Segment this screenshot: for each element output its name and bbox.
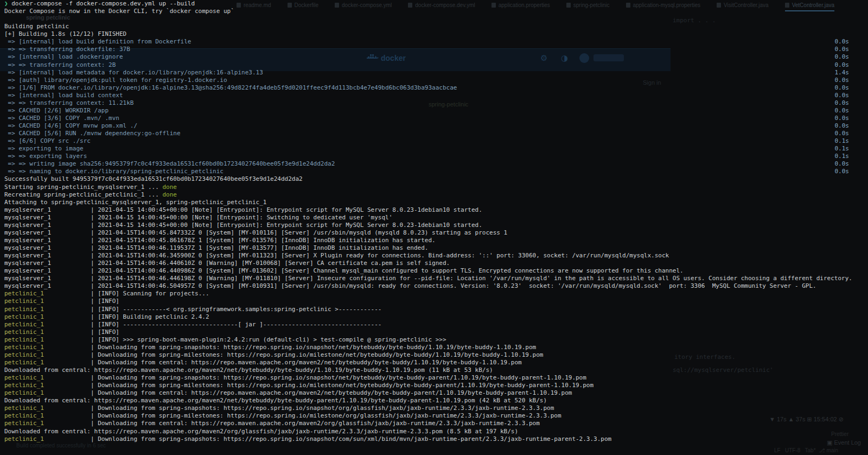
build-timing: 0.0s bbox=[835, 99, 850, 107]
build-timing: 0.0s bbox=[835, 46, 850, 53]
service-name: mysqlserver_1 bbox=[4, 282, 91, 289]
build-step-message: => => exporting layers bbox=[4, 153, 87, 160]
terminal-line: Downloaded from central: https://repo.ma… bbox=[0, 366, 868, 374]
log-message: | Downloading from central: https://repo… bbox=[91, 359, 522, 366]
service-name: petclinic_1 bbox=[4, 321, 91, 328]
terminal-line: => CACHED [3/6] COPY .mvn/ .mvn0.0s bbox=[0, 115, 868, 122]
build-timing: 0.0s bbox=[835, 61, 850, 69]
terminal-line: Attaching to spring-petclinic_mysqlserve… bbox=[0, 199, 868, 206]
terminal-line: petclinic_1 | Downloading from central: … bbox=[0, 359, 868, 366]
terminal-line: petclinic_1 | [INFO] ------------< org.s… bbox=[0, 306, 868, 313]
log-message: | [INFO] bbox=[91, 298, 119, 305]
service-name: mysqlserver_1 bbox=[4, 260, 91, 267]
service-name: petclinic_1 bbox=[4, 412, 91, 419]
log-message: | Downloading from central: https://repo… bbox=[91, 420, 540, 427]
terminal-line: petclinic_1 | Downloading from spring-mi… bbox=[0, 382, 868, 389]
log-message: Attaching to spring-petclinic_mysqlserve… bbox=[4, 199, 266, 206]
terminal-line: => CACHED [2/6] WORKDIR /app0.0s bbox=[0, 107, 868, 115]
terminal-log[interactable]: ❯ docker-compose -f docker-compose.dev.y… bbox=[0, 0, 868, 455]
terminal-line: mysqlserver_1 | 2021-04-15T14:00:46.4406… bbox=[0, 260, 868, 267]
log-message: | 2021-04-15T14:00:46.345900Z 0 [System]… bbox=[91, 252, 669, 259]
log-message: Successfully built 9495379f7c0c4f933eda1… bbox=[4, 175, 303, 182]
terminal-line: petclinic_1 | Downloading from spring-mi… bbox=[0, 351, 868, 359]
service-name: mysqlserver_1 bbox=[4, 222, 91, 229]
service-name: petclinic_1 bbox=[4, 405, 91, 412]
terminal-line bbox=[0, 15, 868, 23]
service-name: mysqlserver_1 bbox=[4, 275, 91, 282]
build-step-message: => exporting to image bbox=[4, 145, 84, 152]
build-step-message: => CACHED [2/6] WORKDIR /app bbox=[4, 107, 108, 114]
log-message: | 2021-04-15 14:00:45+00:00 [Note] [Entr… bbox=[91, 206, 482, 213]
log-message: | [INFO] Building petclinic 2.4.2 bbox=[91, 313, 209, 320]
build-step-message: => => writing image sha256:9495379f7c0c4… bbox=[4, 160, 335, 167]
terminal-line: petclinic_1 | [INFO] >>> spring-boot-mav… bbox=[0, 336, 868, 344]
log-message: | 2021-04-15T14:00:46.440986Z 0 [System]… bbox=[91, 267, 684, 274]
terminal-line: Building petclinic bbox=[0, 23, 868, 30]
terminal-line: mysqlserver_1 | 2021-04-15T14:00:45.8473… bbox=[0, 229, 868, 237]
terminal-window[interactable]: readme.mdDockerfiledocker-compose.ymldoc… bbox=[0, 0, 868, 455]
done-badge: done bbox=[162, 184, 177, 191]
log-message: | Downloading from spring-snapshots: htt… bbox=[91, 405, 554, 412]
build-timing: 0.1s bbox=[835, 145, 850, 153]
log-message: [+] Building 1.8s (12/12) FINISHED bbox=[4, 30, 126, 37]
service-name: mysqlserver_1 bbox=[4, 206, 91, 213]
build-step-message: => [internal] load build definition from… bbox=[4, 38, 191, 45]
service-name: petclinic_1 bbox=[4, 313, 91, 320]
terminal-line: mysqlserver_1 | 2021-04-15T14:00:46.4409… bbox=[0, 267, 868, 275]
terminal-line: mysqlserver_1 | 2021-04-15 14:00:45+00:0… bbox=[0, 214, 868, 222]
build-step-message: => => naming to docker.io/library/spring… bbox=[4, 168, 224, 175]
service-name: petclinic_1 bbox=[4, 336, 91, 343]
service-name: petclinic_1 bbox=[4, 290, 91, 297]
terminal-line: => [internal] load build definition from… bbox=[0, 38, 868, 46]
build-timing: 0.0s bbox=[835, 92, 850, 99]
log-message: | [INFO] >>> spring-boot-maven-plugin:2.… bbox=[91, 336, 446, 343]
build-step-message: => [internal] load metadata for docker.i… bbox=[4, 69, 263, 76]
log-message: | [INFO] Scanning for projects... bbox=[91, 290, 209, 297]
build-step-message: => [internal] load .dockerignore bbox=[4, 53, 123, 60]
terminal-line: => => writing image sha256:9495379f7c0c4… bbox=[0, 160, 868, 168]
log-message: Building petclinic bbox=[4, 23, 69, 30]
service-name: mysqlserver_1 bbox=[4, 214, 91, 221]
service-name: petclinic_1 bbox=[4, 359, 91, 366]
log-message: Starting spring-petclinic_mysqlserver_1 … bbox=[4, 184, 162, 191]
log-message: | Downloading from spring-snapshots: htt… bbox=[91, 344, 536, 351]
log-message: Downloaded from central: https://repo.ma… bbox=[4, 397, 547, 404]
terminal-line: => [internal] load .dockerignore0.0s bbox=[0, 53, 868, 61]
terminal-line: => [6/6] COPY src ./src0.1s bbox=[0, 137, 868, 145]
log-message: Docker Compose is now in the Docker CLI,… bbox=[4, 8, 234, 15]
terminal-line: petclinic_1 | [INFO] Building petclinic … bbox=[0, 313, 868, 321]
terminal-line: => [internal] load build context0.0s bbox=[0, 92, 868, 99]
terminal-line: mysqlserver_1 | 2021-04-15T14:00:45.8616… bbox=[0, 237, 868, 244]
build-timing: 0.0s bbox=[835, 122, 850, 130]
terminal-line: Downloaded from central: https://repo.ma… bbox=[0, 428, 868, 435]
log-message: Recreating spring-petclinic_petclinic_1 … bbox=[4, 191, 162, 198]
build-timing: 0.1s bbox=[835, 137, 850, 145]
service-name: petclinic_1 bbox=[4, 306, 91, 313]
terminal-line: petclinic_1 | [INFO] -------------------… bbox=[0, 321, 868, 328]
build-timing: 0.0s bbox=[835, 77, 850, 84]
build-timing: 0.1s bbox=[835, 153, 850, 160]
build-step-message: => => transferring dockerfile: 37B bbox=[4, 46, 130, 53]
log-message: | 2021-04-15T14:00:46.446198Z 0 [Warning… bbox=[91, 275, 852, 282]
build-step-message: => [internal] load build context bbox=[4, 92, 123, 99]
terminal-line: => exporting to image0.1s bbox=[0, 145, 868, 153]
log-message: Downloaded from central: https://repo.ma… bbox=[4, 428, 518, 435]
terminal-line: mysqlserver_1 | 2021-04-15T14:00:46.5049… bbox=[0, 282, 868, 290]
terminal-line: => [1/6] FROM docker.io/library/openjdk:… bbox=[0, 84, 868, 92]
terminal-line: petclinic_1 | Downloading from spring-sn… bbox=[0, 344, 868, 351]
terminal-line: => CACHED [5/6] RUN ./mvnw dependency:go… bbox=[0, 130, 868, 137]
terminal-line: petclinic_1 | [INFO] bbox=[0, 328, 868, 336]
build-step-message: => CACHED [3/6] COPY .mvn/ .mvn bbox=[4, 115, 119, 122]
service-name: mysqlserver_1 bbox=[4, 252, 91, 259]
terminal-line: ❯ docker-compose -f docker-compose.dev.y… bbox=[0, 0, 868, 8]
terminal-line: petclinic_1 | Downloading from central: … bbox=[0, 389, 868, 397]
service-name: petclinic_1 bbox=[4, 344, 91, 351]
command-text: docker-compose -f docker-compose.dev.yml… bbox=[11, 0, 195, 7]
service-name: petclinic_1 bbox=[4, 389, 91, 396]
terminal-line: => [auth] library/openjdk:pull token for… bbox=[0, 77, 868, 84]
log-message: | 2021-04-15 14:00:45+00:00 [Note] [Entr… bbox=[91, 214, 392, 221]
terminal-line: mysqlserver_1 | 2021-04-15T14:00:46.4461… bbox=[0, 275, 868, 282]
terminal-line: [+] Building 1.8s (12/12) FINISHED bbox=[0, 30, 868, 38]
service-name: mysqlserver_1 bbox=[4, 244, 91, 251]
service-name: petclinic_1 bbox=[4, 328, 91, 336]
